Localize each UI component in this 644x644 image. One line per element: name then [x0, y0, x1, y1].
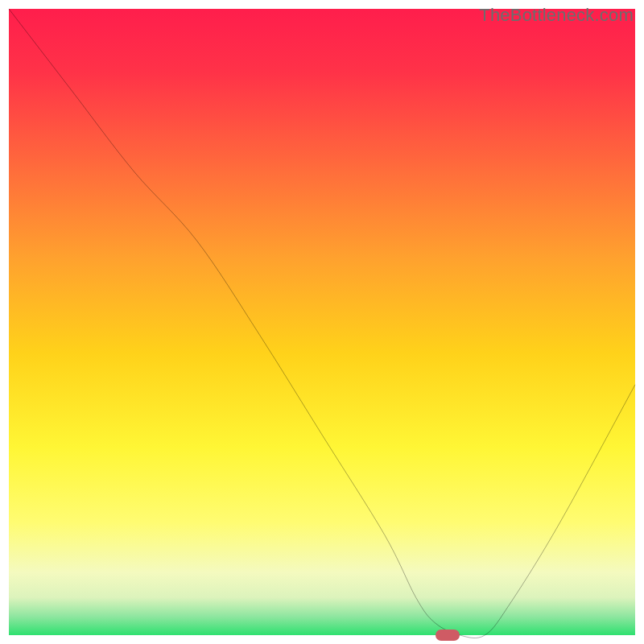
optimal-point-marker: [436, 630, 460, 641]
plot-area: TheBottleneck.com: [9, 9, 635, 635]
watermark-text: TheBottleneck.com: [479, 5, 634, 26]
bottleneck-curve: [9, 9, 635, 635]
bottleneck-chart: TheBottleneck.com: [0, 0, 644, 644]
